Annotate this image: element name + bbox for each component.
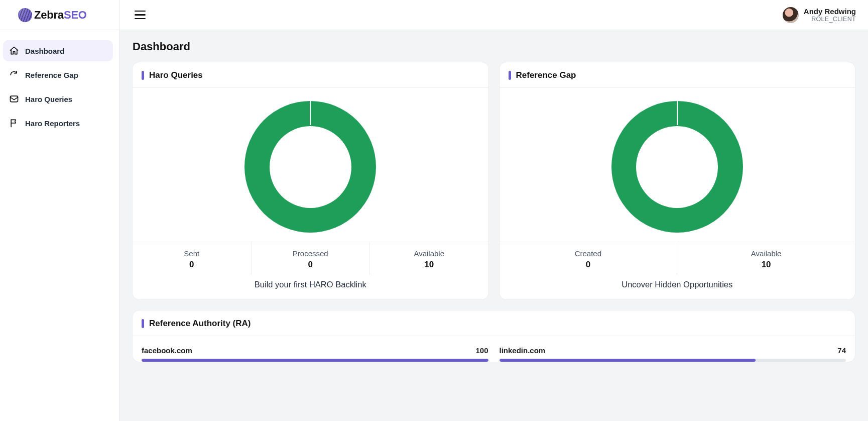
card-head: Reference Gap xyxy=(500,62,855,88)
card-title: Haro Queries xyxy=(149,70,203,80)
accent-bar-icon xyxy=(142,71,144,80)
progress-fill xyxy=(500,359,756,362)
stat-available: Available 10 xyxy=(677,242,855,275)
sidebar-item-haro-reporters[interactable]: Haro Reporters xyxy=(3,113,113,134)
stat-created: Created 0 xyxy=(500,242,677,275)
stat-label: Available xyxy=(680,249,852,258)
donut-ring xyxy=(244,101,376,233)
brand-text-seo: SEO xyxy=(64,9,87,21)
donut-chart-haro xyxy=(133,88,488,242)
accent-bar-icon xyxy=(142,319,144,328)
sidebar-item-label: Dashboard xyxy=(25,47,64,55)
progress-bar xyxy=(142,359,488,362)
progress-fill xyxy=(142,359,488,362)
card-haro-queries: Haro Queries Sent 0 Processed 0 Availa xyxy=(133,62,488,299)
donut-ring xyxy=(611,101,743,233)
user-name: Andy Redwing xyxy=(804,7,856,16)
avatar xyxy=(783,7,799,23)
stat-processed: Processed 0 xyxy=(251,242,370,275)
ra-score: 74 xyxy=(837,346,846,355)
card-cta-refgap[interactable]: Uncover Hidden Opportunities xyxy=(500,275,855,299)
card-head: Haro Queries xyxy=(133,62,488,88)
ra-item-facebook: facebook.com 100 xyxy=(142,346,488,362)
zebra-logo-icon xyxy=(18,8,32,22)
topbar-right: Andy Redwing ROLE_CLIENT xyxy=(119,0,868,30)
brand-text: ZebraSEO xyxy=(34,9,87,22)
stat-label: Processed xyxy=(255,249,367,258)
stat-sent: Sent 0 xyxy=(133,242,251,275)
svg-rect-0 xyxy=(11,96,18,102)
progress-bar xyxy=(500,359,846,362)
ra-item-linkedin: linkedin.com 74 xyxy=(500,346,846,362)
ra-score: 100 xyxy=(475,346,488,355)
topbar-logo-area: ZebraSEO xyxy=(0,0,119,30)
stat-available: Available 10 xyxy=(369,242,488,275)
ra-domain: linkedin.com xyxy=(500,346,546,355)
accent-bar-icon xyxy=(509,71,511,80)
card-cta-haro[interactable]: Build your first HARO Backlink xyxy=(133,275,488,299)
brand-logo[interactable]: ZebraSEO xyxy=(18,8,87,22)
card-reference-authority: Reference Authority (RA) facebook.com 10… xyxy=(133,310,855,362)
stat-value: 10 xyxy=(680,260,852,270)
stats-row: Sent 0 Processed 0 Available 10 xyxy=(133,242,488,275)
card-reference-gap: Reference Gap Created 0 Available 10 Unc… xyxy=(500,62,855,299)
main-content: Dashboard Haro Queries Sent 0 Proc xyxy=(119,30,868,421)
sidebar-item-label: Haro Queries xyxy=(25,95,72,103)
stat-value: 0 xyxy=(136,260,248,270)
stat-value: 0 xyxy=(255,260,367,270)
brand-text-zebra: Zebra xyxy=(34,9,64,21)
loop-arrow-icon xyxy=(9,70,19,80)
sidebar-item-haro-queries[interactable]: Haro Queries xyxy=(3,88,113,110)
user-menu[interactable]: Andy Redwing ROLE_CLIENT xyxy=(783,7,856,23)
sidebar-item-dashboard[interactable]: Dashboard xyxy=(3,40,113,61)
ra-domain: facebook.com xyxy=(142,346,192,355)
ra-body: facebook.com 100 linkedin.com 74 xyxy=(133,336,855,362)
stat-label: Sent xyxy=(136,249,248,258)
hamburger-menu-icon[interactable] xyxy=(132,8,149,23)
page-title: Dashboard xyxy=(133,40,855,53)
stat-value: 10 xyxy=(373,260,485,270)
user-role: ROLE_CLIENT xyxy=(811,16,856,23)
donut-chart-refgap xyxy=(500,88,855,242)
card-title: Reference Gap xyxy=(516,70,576,80)
home-icon xyxy=(9,46,19,56)
mail-icon xyxy=(9,94,19,104)
stat-value: 0 xyxy=(503,260,674,270)
stats-row: Created 0 Available 10 xyxy=(500,242,855,275)
sidebar-item-reference-gap[interactable]: Reference Gap xyxy=(3,64,113,85)
stat-label: Created xyxy=(503,249,674,258)
app-layout: Dashboard Reference Gap Haro Queries Har… xyxy=(0,30,868,421)
user-text: Andy Redwing ROLE_CLIENT xyxy=(804,7,856,23)
card-title: Reference Authority (RA) xyxy=(149,319,251,329)
sidebar: Dashboard Reference Gap Haro Queries Har… xyxy=(0,30,119,421)
topbar: ZebraSEO Andy Redwing ROLE_CLIENT xyxy=(0,0,868,30)
stat-label: Available xyxy=(373,249,485,258)
cards-row: Haro Queries Sent 0 Processed 0 Availa xyxy=(133,62,855,299)
sidebar-item-label: Haro Reporters xyxy=(25,119,80,128)
card-head: Reference Authority (RA) xyxy=(133,310,855,336)
flag-icon xyxy=(9,118,19,128)
sidebar-item-label: Reference Gap xyxy=(25,71,78,79)
